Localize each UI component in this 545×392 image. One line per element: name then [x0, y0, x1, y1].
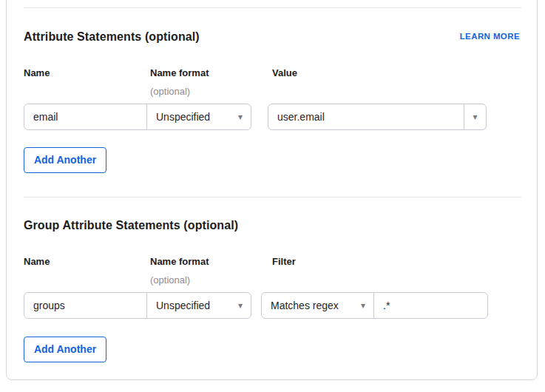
chevron-down-icon: ▾ [238, 112, 243, 121]
add-another-group-attribute-button[interactable]: Add Another [24, 337, 106, 362]
attribute-name-input[interactable] [24, 104, 146, 129]
chevron-down-icon: ▾ [238, 301, 243, 310]
column-subheader-optional: (optional) [150, 87, 190, 97]
chevron-down-icon: ▾ [361, 301, 365, 310]
select-value: Matches regex [271, 300, 339, 311]
attribute-statements-card [6, 0, 538, 380]
section-divider [24, 197, 521, 197]
group-attribute-name-format-select[interactable]: Unspecified ▾ [146, 293, 251, 318]
group-attribute-filter-group: Matches regex ▾ [261, 292, 488, 319]
column-header-name-format: Name format [150, 257, 209, 267]
column-header-name-format: Name format [150, 68, 209, 78]
chevron-down-icon: ▾ [473, 112, 477, 122]
filter-type-select[interactable]: Matches regex ▾ [262, 293, 374, 318]
attribute-value-group: ▾ [268, 104, 487, 130]
group-attribute-name-input[interactable] [24, 293, 146, 318]
section-divider [24, 7, 521, 8]
column-header-name: Name [24, 68, 50, 78]
section-title-attribute-statements: Attribute Statements (optional) [24, 30, 200, 44]
select-value: Unspecified [156, 300, 210, 311]
column-header-filter: Filter [272, 257, 296, 267]
attribute-name-group: Unspecified ▾ [24, 104, 251, 130]
attribute-value-dropdown-button[interactable]: ▾ [464, 104, 486, 129]
column-header-name: Name [24, 257, 50, 267]
add-another-attribute-button[interactable]: Add Another [24, 147, 106, 173]
attribute-name-format-select[interactable]: Unspecified ▾ [146, 104, 251, 129]
attribute-value-input[interactable] [268, 104, 464, 129]
group-attribute-name-group: Unspecified ▾ [24, 292, 251, 319]
column-header-value: Value [272, 68, 297, 78]
filter-value-input[interactable] [374, 293, 487, 318]
column-subheader-optional: (optional) [150, 275, 190, 285]
section-title-group-attribute-statements: Group Attribute Statements (optional) [24, 219, 238, 232]
select-value: Unspecified [156, 111, 210, 123]
learn-more-link[interactable]: LEARN MORE [460, 32, 520, 41]
